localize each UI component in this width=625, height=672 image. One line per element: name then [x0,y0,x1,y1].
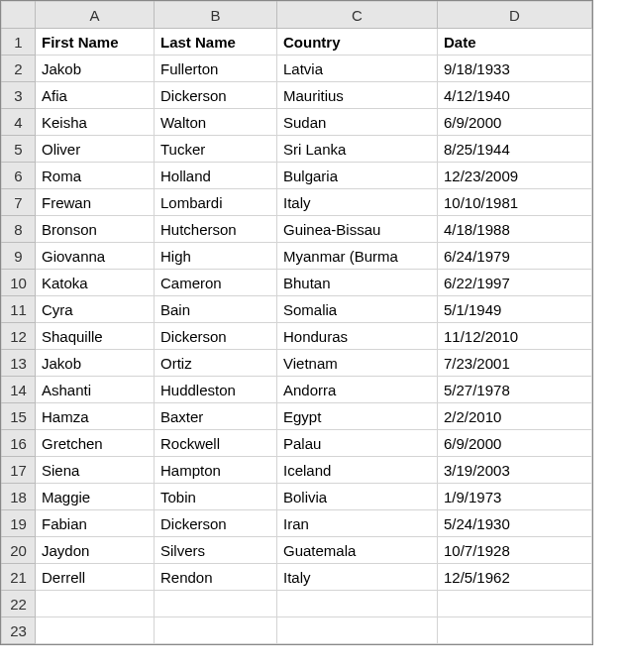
column-header-C[interactable]: C [277,2,438,29]
cell-A[interactable]: Siena [36,457,155,484]
cell-D[interactable]: 11/12/2010 [438,323,592,350]
cell-A[interactable]: Ashanti [36,377,155,403]
row-header-11[interactable]: 11 [2,296,36,323]
cell-A[interactable]: Shaquille [36,323,155,350]
cell-D[interactable]: 2/2/2010 [438,403,592,430]
cell-B[interactable]: Rockwell [155,430,277,457]
cell-A[interactable]: First Name [36,29,155,56]
row-header-19[interactable]: 19 [2,510,36,537]
row-header-6[interactable]: 6 [2,163,36,189]
row-header-2[interactable]: 2 [2,56,36,82]
cell-D[interactable]: 8/25/1944 [438,136,592,163]
row-header-16[interactable]: 16 [2,430,36,457]
cell-D[interactable] [438,617,592,644]
row-header-18[interactable]: 18 [2,484,36,510]
column-header-D[interactable]: D [438,2,592,29]
cell-B[interactable]: Hampton [155,457,277,484]
cell-A[interactable]: Giovanna [36,243,155,270]
column-header-A[interactable]: A [36,2,155,29]
cell-D[interactable]: 10/7/1928 [438,537,592,564]
cell-D[interactable]: 3/19/2003 [438,457,592,484]
cell-B[interactable]: Last Name [155,29,277,56]
cell-C[interactable]: Iceland [277,457,438,484]
cell-D[interactable]: 5/1/1949 [438,296,592,323]
cell-A[interactable] [36,591,155,617]
cell-D[interactable]: 10/10/1981 [438,189,592,216]
cell-C[interactable]: Iran [277,510,438,537]
row-header-21[interactable]: 21 [2,564,36,591]
cell-B[interactable]: Baxter [155,403,277,430]
cell-B[interactable]: Dickerson [155,82,277,109]
row-header-9[interactable]: 9 [2,243,36,270]
cell-A[interactable]: Afia [36,82,155,109]
row-header-5[interactable]: 5 [2,136,36,163]
row-header-12[interactable]: 12 [2,323,36,350]
cell-B[interactable]: Fullerton [155,56,277,82]
cell-C[interactable]: Sri Lanka [277,136,438,163]
row-header-22[interactable]: 22 [2,591,36,617]
cell-C[interactable]: Andorra [277,377,438,403]
cell-A[interactable]: Keisha [36,109,155,136]
cell-D[interactable]: 4/18/1988 [438,216,592,243]
column-header-B[interactable]: B [155,2,277,29]
row-header-14[interactable]: 14 [2,377,36,403]
row-header-10[interactable]: 10 [2,270,36,296]
cell-C[interactable]: Palau [277,430,438,457]
cell-C[interactable]: Bulgaria [277,163,438,189]
row-header-15[interactable]: 15 [2,403,36,430]
cell-D[interactable]: Date [438,29,592,56]
cell-C[interactable]: Guinea-Bissau [277,216,438,243]
cell-B[interactable]: Ortiz [155,350,277,377]
cell-C[interactable]: Vietnam [277,350,438,377]
cell-B[interactable]: Silvers [155,537,277,564]
cell-B[interactable]: Hutcherson [155,216,277,243]
cell-A[interactable]: Bronson [36,216,155,243]
cell-A[interactable]: Derrell [36,564,155,591]
row-header-20[interactable]: 20 [2,537,36,564]
cell-B[interactable] [155,591,277,617]
cell-D[interactable]: 6/24/1979 [438,243,592,270]
cell-A[interactable]: Roma [36,163,155,189]
cell-D[interactable] [438,591,592,617]
cell-A[interactable]: Fabian [36,510,155,537]
cell-C[interactable]: Guatemala [277,537,438,564]
cell-B[interactable] [155,617,277,644]
cell-C[interactable]: Bhutan [277,270,438,296]
cell-C[interactable]: Italy [277,564,438,591]
cell-A[interactable]: Gretchen [36,430,155,457]
cell-D[interactable]: 7/23/2001 [438,350,592,377]
cell-A[interactable]: Jakob [36,56,155,82]
cell-D[interactable]: 9/18/1933 [438,56,592,82]
row-header-3[interactable]: 3 [2,82,36,109]
cell-A[interactable]: Frewan [36,189,155,216]
cell-C[interactable]: Country [277,29,438,56]
select-all-corner[interactable] [2,2,36,29]
cell-D[interactable]: 4/12/1940 [438,82,592,109]
cell-C[interactable]: Italy [277,189,438,216]
row-header-23[interactable]: 23 [2,617,36,644]
row-header-17[interactable]: 17 [2,457,36,484]
cell-B[interactable]: Dickerson [155,510,277,537]
row-header-13[interactable]: 13 [2,350,36,377]
cell-C[interactable]: Mauritius [277,82,438,109]
row-header-8[interactable]: 8 [2,216,36,243]
cell-A[interactable]: Jaydon [36,537,155,564]
cell-C[interactable]: Latvia [277,56,438,82]
cell-B[interactable]: Cameron [155,270,277,296]
cell-C[interactable]: Myanmar (Burma [277,243,438,270]
cell-B[interactable]: Holland [155,163,277,189]
row-header-4[interactable]: 4 [2,109,36,136]
cell-D[interactable]: 6/9/2000 [438,109,592,136]
cell-B[interactable]: Tobin [155,484,277,510]
cell-D[interactable]: 6/22/1997 [438,270,592,296]
cell-B[interactable]: Walton [155,109,277,136]
cell-A[interactable] [36,617,155,644]
cell-B[interactable]: Rendon [155,564,277,591]
cell-C[interactable]: Bolivia [277,484,438,510]
cell-B[interactable]: High [155,243,277,270]
cell-A[interactable]: Katoka [36,270,155,296]
cell-B[interactable]: Tucker [155,136,277,163]
cell-C[interactable] [277,591,438,617]
cell-C[interactable]: Sudan [277,109,438,136]
spreadsheet-grid[interactable]: A B C D 1First NameLast NameCountryDate2… [0,0,593,645]
